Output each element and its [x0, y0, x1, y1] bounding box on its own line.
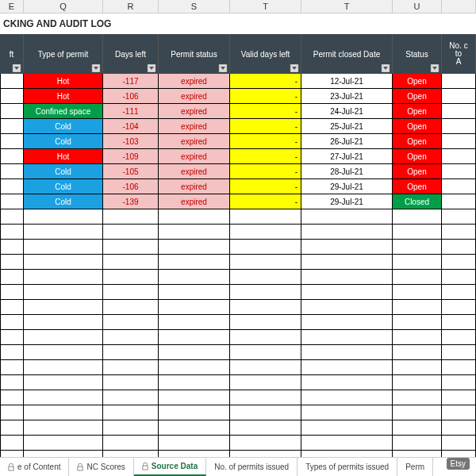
status-cell[interactable]: Open [393, 104, 442, 119]
valid-days-cell[interactable]: - [230, 119, 301, 134]
status-cell[interactable]: Open [393, 74, 442, 89]
closed-date-cell[interactable]: 29-Jul-21 [301, 179, 393, 194]
table-row[interactable] [0, 270, 476, 285]
table-row[interactable] [0, 300, 476, 315]
permit-type-cell[interactable]: Hot [24, 149, 103, 164]
valid-days-cell[interactable]: - [230, 149, 301, 164]
cell[interactable] [442, 119, 476, 134]
table-row[interactable]: Cold-106expired-29-Jul-21Open [0, 179, 476, 194]
closed-date-cell[interactable]: 25-Jul-21 [301, 119, 393, 134]
table-row[interactable] [0, 255, 476, 270]
permit-status-cell[interactable]: expired [159, 164, 230, 179]
sheet-tab[interactable]: Types of permits issued [298, 458, 397, 476]
permit-status-cell[interactable]: expired [159, 89, 230, 104]
table-row[interactable]: Cold-103expired-26-Jul-21Open [0, 134, 476, 149]
col-letter[interactable]: E [0, 0, 24, 13]
table-row[interactable]: Cold-139expired-29-Jul-21Closed [0, 194, 476, 209]
permit-type-cell[interactable]: Hot [24, 74, 103, 89]
table-row[interactable] [0, 209, 476, 225]
col-letter[interactable]: R [103, 0, 159, 13]
status-cell[interactable]: Open [393, 164, 442, 179]
cell[interactable] [442, 104, 476, 119]
valid-days-cell[interactable]: - [230, 164, 301, 179]
header-cell[interactable]: Status [393, 34, 442, 74]
valid-days-cell[interactable]: - [230, 74, 301, 89]
status-cell[interactable]: Open [393, 89, 442, 104]
cell[interactable] [0, 149, 24, 164]
days-left-cell[interactable]: -106 [103, 89, 159, 104]
table-row[interactable] [0, 285, 476, 300]
permit-type-cell[interactable]: Confined space [24, 104, 103, 119]
days-left-cell[interactable]: -104 [103, 119, 159, 134]
col-letter[interactable]: T [301, 0, 393, 13]
closed-date-cell[interactable]: 23-Jul-21 [301, 89, 393, 104]
header-cell[interactable]: Days left [103, 34, 159, 74]
cell[interactable] [0, 164, 24, 179]
cell[interactable] [442, 179, 476, 194]
sheet-tab[interactable]: e of Content [0, 458, 69, 476]
status-cell[interactable]: Open [393, 149, 442, 164]
table-row[interactable] [0, 405, 476, 420]
header-cell[interactable]: No. c to A [442, 34, 476, 74]
cell[interactable] [0, 134, 24, 149]
col-letter[interactable]: T [230, 0, 301, 13]
col-letter[interactable] [442, 0, 476, 13]
table-row[interactable] [0, 330, 476, 345]
header-cell[interactable]: Permit closed Date [301, 34, 393, 74]
table-row[interactable] [0, 451, 476, 457]
cell[interactable] [0, 74, 24, 89]
permit-status-cell[interactable]: expired [159, 74, 230, 89]
cell[interactable] [442, 164, 476, 179]
header-cell[interactable]: Valid days left [230, 34, 301, 74]
days-left-cell[interactable]: -106 [103, 179, 159, 194]
closed-date-cell[interactable]: 28-Jul-21 [301, 164, 393, 179]
grid-body[interactable]: Hot-117expired-12-Jul-21OpenHot-106expir… [0, 74, 476, 457]
table-row[interactable] [0, 390, 476, 405]
valid-days-cell[interactable]: - [230, 194, 301, 209]
permit-type-cell[interactable]: Hot [24, 89, 103, 104]
days-left-cell[interactable]: -139 [103, 194, 159, 209]
header-cell[interactable]: ft [0, 34, 24, 74]
sheet-tab[interactable]: Source Data [134, 458, 206, 476]
permit-type-cell[interactable]: Cold [24, 134, 103, 149]
filter-dropdown-icon[interactable] [290, 64, 299, 72]
table-row[interactable]: Hot-117expired-12-Jul-21Open [0, 74, 476, 89]
valid-days-cell[interactable]: - [230, 179, 301, 194]
table-row[interactable]: Hot-106expired-23-Jul-21Open [0, 89, 476, 104]
table-row[interactable] [0, 225, 476, 240]
table-row[interactable]: Cold-104expired-25-Jul-21Open [0, 119, 476, 134]
table-row[interactable] [0, 315, 476, 330]
header-cell[interactable]: Type of permit [24, 34, 103, 74]
permit-status-cell[interactable]: expired [159, 104, 230, 119]
table-row[interactable] [0, 436, 476, 451]
cell[interactable] [442, 74, 476, 89]
cell[interactable] [442, 134, 476, 149]
table-row[interactable] [0, 375, 476, 390]
days-left-cell[interactable]: -105 [103, 164, 159, 179]
closed-date-cell[interactable]: 12-Jul-21 [301, 74, 393, 89]
closed-date-cell[interactable]: 24-Jul-21 [301, 104, 393, 119]
cell[interactable] [0, 119, 24, 134]
sheet-tab[interactable]: Perm [397, 458, 433, 476]
filter-dropdown-icon[interactable] [12, 64, 21, 72]
table-row[interactable]: Cold-105expired-28-Jul-21Open [0, 164, 476, 179]
valid-days-cell[interactable]: - [230, 89, 301, 104]
closed-date-cell[interactable]: 27-Jul-21 [301, 149, 393, 164]
days-left-cell[interactable]: -103 [103, 134, 159, 149]
days-left-cell[interactable]: -111 [103, 104, 159, 119]
table-row[interactable] [0, 360, 476, 375]
status-cell[interactable]: Closed [393, 194, 442, 209]
sheet-tab[interactable]: NC Scores [69, 458, 133, 476]
filter-dropdown-icon[interactable] [91, 64, 101, 72]
filter-dropdown-icon[interactable] [381, 64, 390, 72]
days-left-cell[interactable]: -109 [103, 149, 159, 164]
permit-status-cell[interactable]: expired [159, 179, 230, 194]
valid-days-cell[interactable]: - [230, 104, 301, 119]
table-row[interactable] [0, 345, 476, 360]
filter-dropdown-icon[interactable] [147, 64, 156, 72]
closed-date-cell[interactable]: 26-Jul-21 [301, 134, 393, 149]
col-letter[interactable]: Q [24, 0, 103, 13]
cell[interactable] [442, 149, 476, 164]
col-letter[interactable]: U [393, 0, 442, 13]
filter-dropdown-icon[interactable] [430, 64, 440, 72]
